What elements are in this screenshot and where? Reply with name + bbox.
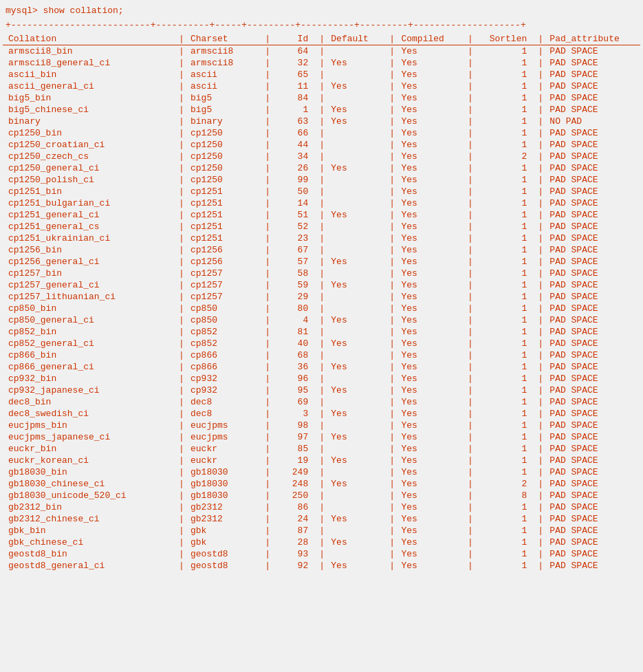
cell-charset: cp850 [185, 303, 265, 314]
table-row: euckr_korean_ci | euckr | 19 | Yes | Yes… [3, 455, 640, 466]
cell-compiled: Yes [395, 232, 468, 244]
cell-pad: PAD SPACE [544, 361, 640, 373]
cell-charset: armscii8 [185, 57, 265, 69]
cell-charset: cp866 [185, 361, 265, 373]
table-row: cp1257_bin | cp1257 | 58 | | Yes | 1 | P… [3, 268, 640, 279]
cell-collation: euckr_korean_ci [3, 455, 179, 466]
cell-default: Yes [325, 209, 389, 221]
cell-id: 64 [271, 45, 319, 57]
cell-charset: cp1251 [185, 232, 265, 244]
cell-collation: big5_chinese_ci [3, 104, 179, 116]
cell-charset: geostd8 [185, 560, 265, 572]
cell-sortlen: 1 [474, 361, 538, 373]
cell-sortlen: 1 [474, 45, 538, 57]
table-row: cp1250_polish_ci | cp1250 | 99 | | Yes |… [3, 174, 640, 186]
cell-compiled: Yes [395, 338, 468, 349]
table-row: gb2312_bin | gb2312 | 86 | | Yes | 1 | P… [3, 501, 640, 513]
cell-compiled: Yes [395, 326, 468, 338]
cell-collation: cp932_bin [3, 373, 179, 384]
cell-compiled: Yes [395, 349, 468, 361]
cell-compiled: Yes [395, 513, 468, 525]
cell-id: 86 [271, 501, 319, 513]
cell-charset: cp1250 [185, 139, 265, 151]
cell-charset: cp1250 [185, 162, 265, 174]
cell-default [325, 139, 389, 151]
cell-id: 57 [271, 256, 319, 268]
cell-pad: PAD SPACE [544, 431, 640, 443]
cell-id: 92 [271, 560, 319, 572]
cell-default [325, 349, 389, 361]
cell-collation: gbk_chinese_ci [3, 536, 179, 548]
cell-default [325, 221, 389, 232]
table-row: cp852_general_ci | cp852 | 40 | Yes | Ye… [3, 338, 640, 349]
cell-default [325, 443, 389, 455]
cell-charset: cp850 [185, 314, 265, 326]
cell-pad: PAD SPACE [544, 338, 640, 349]
cell-id: 67 [271, 244, 319, 256]
cell-id: 84 [271, 92, 319, 104]
cell-pad: PAD SPACE [544, 466, 640, 478]
cell-id: 97 [271, 431, 319, 443]
table-row: cp1251_bin | cp1251 | 50 | | Yes | 1 | P… [3, 186, 640, 197]
cell-charset: gbk [185, 536, 265, 548]
cell-compiled: Yes [395, 162, 468, 174]
cell-compiled: Yes [395, 384, 468, 396]
cell-sortlen: 1 [474, 303, 538, 314]
cell-collation: dec8_swedish_ci [3, 408, 179, 420]
cell-default: Yes [325, 536, 389, 548]
cell-sortlen: 1 [474, 92, 538, 104]
cell-id: 63 [271, 116, 319, 127]
table-row: cp850_general_ci | cp850 | 4 | Yes | Yes… [3, 314, 640, 326]
col-header-charset: Charset [185, 33, 265, 45]
cell-charset: cp1250 [185, 127, 265, 139]
cell-charset: geostd8 [185, 548, 265, 560]
cell-collation: cp1257_lithuanian_ci [3, 291, 179, 303]
table-row: ascii_bin | ascii | 65 | | Yes | 1 | PAD… [3, 69, 640, 80]
cell-default [325, 45, 389, 57]
cell-pad: PAD SPACE [544, 80, 640, 92]
cell-charset: euckr [185, 443, 265, 455]
cell-default: Yes [325, 455, 389, 466]
cell-sortlen: 1 [474, 338, 538, 349]
cell-compiled: Yes [395, 80, 468, 92]
cell-sortlen: 1 [474, 139, 538, 151]
table-row: armscii8_bin | armscii8 | 64 | | Yes | 1… [3, 45, 640, 57]
cell-sortlen: 1 [474, 501, 538, 513]
cell-id: 29 [271, 291, 319, 303]
cell-default [325, 186, 389, 197]
cell-pad: PAD SPACE [544, 232, 640, 244]
cell-compiled: Yes [395, 478, 468, 490]
cell-collation: geostd8_bin [3, 548, 179, 560]
cell-sortlen: 1 [474, 384, 538, 396]
cell-collation: euckr_bin [3, 443, 179, 455]
cell-default [325, 490, 389, 501]
cell-compiled: Yes [395, 466, 468, 478]
cell-default [325, 501, 389, 513]
cell-collation: armscii8_general_ci [3, 57, 179, 69]
cell-compiled: Yes [395, 420, 468, 431]
cell-pad: PAD SPACE [544, 291, 640, 303]
cell-compiled: Yes [395, 314, 468, 326]
cell-pad: PAD SPACE [544, 373, 640, 384]
cell-default: Yes [325, 361, 389, 373]
cell-sortlen: 1 [474, 466, 538, 478]
cell-sortlen: 1 [474, 221, 538, 232]
cell-collation: gb18030_bin [3, 466, 179, 478]
cell-charset: gb18030 [185, 466, 265, 478]
cell-collation: cp1250_bin [3, 127, 179, 139]
cell-default [325, 466, 389, 478]
cell-charset: big5 [185, 92, 265, 104]
cell-sortlen: 1 [474, 116, 538, 127]
cell-compiled: Yes [395, 525, 468, 536]
cell-sortlen: 1 [474, 104, 538, 116]
cell-compiled: Yes [395, 373, 468, 384]
col-header-compiled: Compiled [395, 33, 468, 45]
cell-charset: big5 [185, 104, 265, 116]
cell-id: 36 [271, 361, 319, 373]
cell-charset: armscii8 [185, 45, 265, 57]
cell-sortlen: 1 [474, 455, 538, 466]
cell-compiled: Yes [395, 151, 468, 162]
cell-collation: cp852_general_ci [3, 338, 179, 349]
cell-default: Yes [325, 338, 389, 349]
cell-charset: dec8 [185, 396, 265, 408]
